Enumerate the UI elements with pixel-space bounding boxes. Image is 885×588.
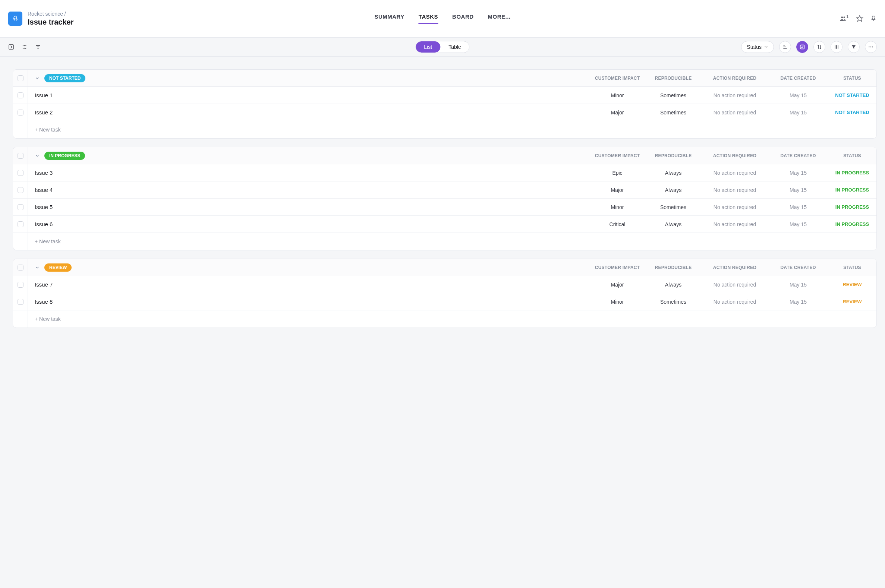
cell-date[interactable]: May 15 (768, 282, 828, 288)
cell-action[interactable]: No action required (701, 170, 768, 176)
row-checkbox[interactable] (18, 110, 24, 116)
select-all-checkbox[interactable] (18, 153, 24, 159)
cell-reproducible[interactable]: Sometimes (645, 92, 701, 98)
row-checkbox[interactable] (18, 282, 24, 288)
cell-status[interactable]: IN PROGRESS (828, 187, 876, 193)
task-row[interactable]: Issue 6CriticalAlwaysNo action requiredM… (13, 216, 876, 233)
column-header[interactable]: REPRODUCIBLE (645, 153, 701, 158)
task-name[interactable]: Issue 7 (28, 281, 589, 288)
task-row[interactable]: Issue 4MajorAlwaysNo action requiredMay … (13, 182, 876, 199)
filter-lines-icon[interactable] (35, 44, 41, 50)
row-checkbox[interactable] (18, 170, 24, 176)
cell-date[interactable]: May 15 (768, 110, 828, 116)
task-name[interactable]: Issue 4 (28, 187, 589, 193)
row-checkbox[interactable] (18, 299, 24, 305)
cell-reproducible[interactable]: Sometimes (645, 110, 701, 116)
cell-status[interactable]: REVIEW (828, 282, 876, 287)
members-icon[interactable]: 1 (840, 15, 849, 22)
nav-tab-more[interactable]: MORE... (488, 14, 511, 24)
pin-icon[interactable] (870, 15, 877, 22)
cell-status[interactable]: REVIEW (828, 299, 876, 304)
cell-impact[interactable]: Epic (589, 170, 645, 176)
sort-icon[interactable] (813, 41, 825, 53)
cell-reproducible[interactable]: Sometimes (645, 204, 701, 210)
cell-action[interactable]: No action required (701, 299, 768, 305)
cell-action[interactable]: No action required (701, 282, 768, 288)
chevron-down-icon[interactable] (35, 265, 40, 270)
nav-tab-board[interactable]: BOARD (452, 14, 474, 24)
cell-impact[interactable]: Major (589, 187, 645, 193)
cell-status[interactable]: IN PROGRESS (828, 204, 876, 210)
hierarchy-icon[interactable] (779, 41, 791, 53)
cell-date[interactable]: May 15 (768, 170, 828, 176)
column-header[interactable]: CUSTOMER IMPACT (589, 265, 645, 270)
column-header[interactable]: REPRODUCIBLE (645, 76, 701, 81)
group-tag[interactable]: REVIEW (44, 264, 72, 272)
row-checkbox[interactable] (18, 221, 24, 227)
status-filter[interactable]: Status (741, 41, 774, 53)
task-name[interactable]: Issue 8 (28, 298, 589, 305)
column-header[interactable]: CUSTOMER IMPACT (589, 153, 645, 158)
column-header[interactable]: DATE CREATED (768, 76, 828, 81)
cell-impact[interactable]: Minor (589, 299, 645, 305)
task-row[interactable]: Issue 7MajorAlwaysNo action requiredMay … (13, 276, 876, 293)
cell-impact[interactable]: Minor (589, 204, 645, 210)
task-row[interactable]: Issue 5MinorSometimesNo action requiredM… (13, 199, 876, 216)
task-row[interactable]: Issue 1MinorSometimesNo action requiredM… (13, 87, 876, 104)
column-header[interactable]: CUSTOMER IMPACT (589, 76, 645, 81)
star-icon[interactable] (856, 15, 863, 22)
row-checkbox[interactable] (18, 204, 24, 210)
cell-date[interactable]: May 15 (768, 92, 828, 98)
nav-tab-summary[interactable]: SUMMARY (374, 14, 404, 24)
cell-action[interactable]: No action required (701, 187, 768, 193)
cell-status[interactable]: IN PROGRESS (828, 221, 876, 227)
chevron-down-icon[interactable] (35, 76, 40, 81)
new-task-button[interactable]: + New task (28, 310, 876, 327)
more-icon[interactable] (865, 41, 877, 53)
task-name[interactable]: Issue 1 (28, 92, 589, 98)
cell-reproducible[interactable]: Always (645, 282, 701, 288)
expand-icon[interactable] (8, 44, 14, 50)
task-row[interactable]: Issue 2MajorSometimesNo action requiredM… (13, 104, 876, 121)
cell-status[interactable]: NOT STARTED (828, 110, 876, 115)
chevron-down-icon[interactable] (35, 153, 40, 158)
show-completed-icon[interactable] (796, 41, 808, 53)
group-tag[interactable]: NOT STARTED (44, 74, 86, 82)
cell-impact[interactable]: Minor (589, 92, 645, 98)
cell-date[interactable]: May 15 (768, 187, 828, 193)
task-name[interactable]: Issue 3 (28, 170, 589, 176)
cell-status[interactable]: IN PROGRESS (828, 170, 876, 176)
task-row[interactable]: Issue 8MinorSometimesNo action requiredM… (13, 293, 876, 310)
cell-date[interactable]: May 15 (768, 221, 828, 227)
cell-action[interactable]: No action required (701, 221, 768, 227)
cell-reproducible[interactable]: Sometimes (645, 299, 701, 305)
cell-action[interactable]: No action required (701, 92, 768, 98)
cell-impact[interactable]: Critical (589, 221, 645, 227)
row-checkbox[interactable] (18, 92, 24, 98)
column-header[interactable]: REPRODUCIBLE (645, 265, 701, 270)
view-toggle-list[interactable]: List (416, 41, 440, 52)
column-header[interactable]: STATUS (828, 153, 876, 158)
task-name[interactable]: Issue 5 (28, 204, 589, 210)
task-name[interactable]: Issue 2 (28, 109, 589, 116)
view-toggle-table[interactable]: Table (440, 41, 469, 52)
collapse-groups-icon[interactable] (22, 44, 28, 50)
group-tag[interactable]: IN PROGRESS (44, 152, 85, 160)
column-header[interactable]: DATE CREATED (768, 265, 828, 270)
column-header[interactable]: ACTION REQUIRED (701, 76, 768, 81)
cell-action[interactable]: No action required (701, 110, 768, 116)
column-header[interactable]: STATUS (828, 265, 876, 270)
cell-reproducible[interactable]: Always (645, 187, 701, 193)
cell-action[interactable]: No action required (701, 204, 768, 210)
nav-tab-tasks[interactable]: TASKS (419, 14, 438, 24)
row-checkbox[interactable] (18, 187, 24, 193)
task-row[interactable]: Issue 3EpicAlwaysNo action requiredMay 1… (13, 164, 876, 182)
new-task-button[interactable]: + New task (28, 121, 876, 138)
cell-impact[interactable]: Major (589, 282, 645, 288)
funnel-filter-icon[interactable] (848, 41, 859, 53)
new-task-button[interactable]: + New task (28, 233, 876, 250)
columns-icon[interactable] (831, 41, 843, 53)
column-header[interactable]: STATUS (828, 76, 876, 81)
cell-date[interactable]: May 15 (768, 204, 828, 210)
select-all-checkbox[interactable] (18, 75, 24, 81)
